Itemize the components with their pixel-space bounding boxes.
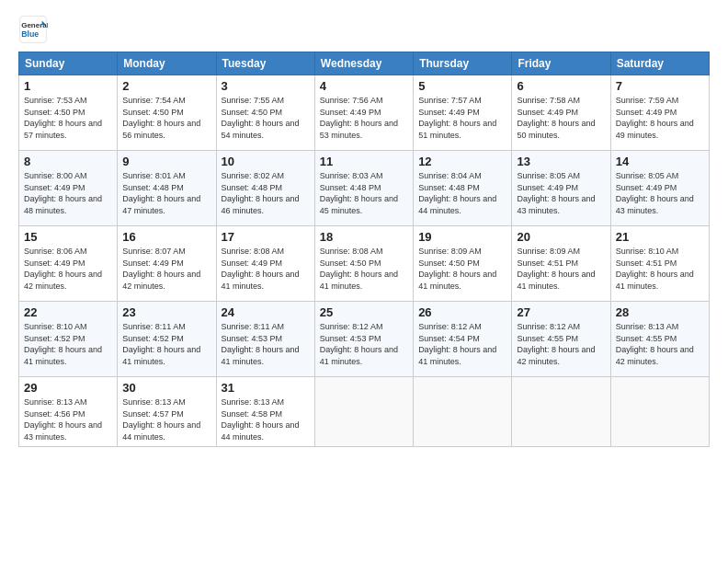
week-row-4: 22Sunrise: 8:10 AMSunset: 4:52 PMDayligh… <box>19 302 710 377</box>
calendar-cell: 7Sunrise: 7:59 AMSunset: 4:49 PMDaylight… <box>610 75 709 151</box>
day-number: 5 <box>418 79 506 93</box>
calendar-cell: 21Sunrise: 8:10 AMSunset: 4:51 PMDayligh… <box>610 226 709 302</box>
calendar-cell: 22Sunrise: 8:10 AMSunset: 4:52 PMDayligh… <box>19 302 118 377</box>
day-number: 7 <box>616 79 704 93</box>
day-number: 30 <box>122 381 210 395</box>
logo: General Blue <box>18 15 51 44</box>
weekday-header-sunday: Sunday <box>19 52 118 75</box>
day-info: Sunrise: 7:56 AMSunset: 4:49 PMDaylight:… <box>320 96 398 140</box>
day-number: 31 <box>222 381 310 395</box>
calendar-cell: 19Sunrise: 8:09 AMSunset: 4:50 PMDayligh… <box>414 226 512 302</box>
calendar-cell <box>414 377 512 447</box>
day-info: Sunrise: 8:09 AMSunset: 4:51 PMDaylight:… <box>517 247 595 291</box>
day-info: Sunrise: 8:13 AMSunset: 4:55 PMDaylight:… <box>616 322 694 366</box>
calendar-cell: 9Sunrise: 8:01 AMSunset: 4:48 PMDaylight… <box>118 151 216 226</box>
weekday-header-tuesday: Tuesday <box>216 52 314 75</box>
calendar-cell: 23Sunrise: 8:11 AMSunset: 4:52 PMDayligh… <box>118 302 216 377</box>
day-number: 17 <box>222 230 310 244</box>
calendar-cell: 27Sunrise: 8:12 AMSunset: 4:55 PMDayligh… <box>512 302 610 377</box>
calendar-cell: 29Sunrise: 8:13 AMSunset: 4:56 PMDayligh… <box>19 377 118 447</box>
day-info: Sunrise: 8:10 AMSunset: 4:52 PMDaylight:… <box>24 322 102 366</box>
calendar-cell: 10Sunrise: 8:02 AMSunset: 4:48 PMDayligh… <box>216 151 314 226</box>
day-info: Sunrise: 8:05 AMSunset: 4:49 PMDaylight:… <box>517 171 595 215</box>
logo-icon: General Blue <box>18 15 48 44</box>
day-info: Sunrise: 7:55 AMSunset: 4:50 PMDaylight:… <box>222 96 300 140</box>
calendar-cell: 3Sunrise: 7:55 AMSunset: 4:50 PMDaylight… <box>216 75 314 151</box>
day-number: 28 <box>616 305 704 319</box>
day-number: 2 <box>122 79 210 93</box>
calendar-cell: 5Sunrise: 7:57 AMSunset: 4:49 PMDaylight… <box>414 75 512 151</box>
weekday-header-saturday: Saturday <box>610 52 709 75</box>
day-number: 29 <box>24 381 112 395</box>
calendar-cell: 11Sunrise: 8:03 AMSunset: 4:48 PMDayligh… <box>314 151 413 226</box>
day-number: 15 <box>24 230 112 244</box>
day-number: 26 <box>418 305 506 319</box>
day-info: Sunrise: 8:13 AMSunset: 4:57 PMDaylight:… <box>122 397 200 442</box>
day-number: 14 <box>616 155 704 168</box>
weekday-header-wednesday: Wednesday <box>314 52 413 75</box>
day-info: Sunrise: 8:06 AMSunset: 4:49 PMDaylight:… <box>24 247 102 291</box>
calendar-cell <box>512 377 610 447</box>
day-number: 12 <box>418 155 506 168</box>
weekday-header-monday: Monday <box>118 52 216 75</box>
weekday-header-row: SundayMondayTuesdayWednesdayThursdayFrid… <box>19 52 710 75</box>
calendar-cell: 16Sunrise: 8:07 AMSunset: 4:49 PMDayligh… <box>118 226 216 302</box>
calendar-cell: 14Sunrise: 8:05 AMSunset: 4:49 PMDayligh… <box>610 151 709 226</box>
calendar-cell: 24Sunrise: 8:11 AMSunset: 4:53 PMDayligh… <box>216 302 314 377</box>
day-info: Sunrise: 8:01 AMSunset: 4:48 PMDaylight:… <box>122 171 200 215</box>
day-info: Sunrise: 7:59 AMSunset: 4:49 PMDaylight:… <box>616 96 694 140</box>
calendar-table: SundayMondayTuesdayWednesdayThursdayFrid… <box>18 52 710 447</box>
day-info: Sunrise: 7:54 AMSunset: 4:50 PMDaylight:… <box>122 96 200 140</box>
calendar-cell: 20Sunrise: 8:09 AMSunset: 4:51 PMDayligh… <box>512 226 610 302</box>
week-row-3: 15Sunrise: 8:06 AMSunset: 4:49 PMDayligh… <box>19 226 710 302</box>
calendar-cell: 28Sunrise: 8:13 AMSunset: 4:55 PMDayligh… <box>610 302 709 377</box>
day-info: Sunrise: 7:53 AMSunset: 4:50 PMDaylight:… <box>24 96 102 140</box>
day-number: 25 <box>320 305 408 319</box>
day-info: Sunrise: 7:57 AMSunset: 4:49 PMDaylight:… <box>418 96 496 140</box>
calendar-cell: 4Sunrise: 7:56 AMSunset: 4:49 PMDaylight… <box>314 75 413 151</box>
svg-text:Blue: Blue <box>21 29 39 39</box>
calendar-cell: 25Sunrise: 8:12 AMSunset: 4:53 PMDayligh… <box>314 302 413 377</box>
day-info: Sunrise: 8:09 AMSunset: 4:50 PMDaylight:… <box>418 247 496 291</box>
day-number: 23 <box>122 305 210 319</box>
day-info: Sunrise: 8:04 AMSunset: 4:48 PMDaylight:… <box>418 171 496 215</box>
day-number: 8 <box>24 155 112 168</box>
day-info: Sunrise: 8:03 AMSunset: 4:48 PMDaylight:… <box>320 171 398 215</box>
day-info: Sunrise: 8:12 AMSunset: 4:53 PMDaylight:… <box>320 322 398 366</box>
calendar-cell: 1Sunrise: 7:53 AMSunset: 4:50 PMDaylight… <box>19 75 118 151</box>
day-info: Sunrise: 8:07 AMSunset: 4:49 PMDaylight:… <box>122 247 200 291</box>
day-number: 13 <box>517 155 605 168</box>
day-info: Sunrise: 8:00 AMSunset: 4:49 PMDaylight:… <box>24 171 102 215</box>
calendar-cell <box>314 377 413 447</box>
calendar-cell: 13Sunrise: 8:05 AMSunset: 4:49 PMDayligh… <box>512 151 610 226</box>
weekday-header-friday: Friday <box>512 52 610 75</box>
week-row-2: 8Sunrise: 8:00 AMSunset: 4:49 PMDaylight… <box>19 151 710 226</box>
header: General Blue <box>18 15 710 44</box>
day-info: Sunrise: 8:11 AMSunset: 4:52 PMDaylight:… <box>122 322 200 366</box>
calendar-cell: 15Sunrise: 8:06 AMSunset: 4:49 PMDayligh… <box>19 226 118 302</box>
day-number: 19 <box>418 230 506 244</box>
calendar-cell <box>610 377 709 447</box>
day-number: 4 <box>320 79 408 93</box>
day-info: Sunrise: 8:13 AMSunset: 4:58 PMDaylight:… <box>222 397 300 442</box>
day-number: 20 <box>517 230 605 244</box>
calendar-cell: 2Sunrise: 7:54 AMSunset: 4:50 PMDaylight… <box>118 75 216 151</box>
day-number: 1 <box>24 79 112 93</box>
day-info: Sunrise: 7:58 AMSunset: 4:49 PMDaylight:… <box>517 96 595 140</box>
day-number: 10 <box>222 155 310 168</box>
calendar-cell: 31Sunrise: 8:13 AMSunset: 4:58 PMDayligh… <box>216 377 314 447</box>
calendar-cell: 12Sunrise: 8:04 AMSunset: 4:48 PMDayligh… <box>414 151 512 226</box>
day-info: Sunrise: 8:02 AMSunset: 4:48 PMDaylight:… <box>222 171 300 215</box>
calendar-cell: 6Sunrise: 7:58 AMSunset: 4:49 PMDaylight… <box>512 75 610 151</box>
day-number: 16 <box>122 230 210 244</box>
week-row-5: 29Sunrise: 8:13 AMSunset: 4:56 PMDayligh… <box>19 377 710 447</box>
day-info: Sunrise: 8:08 AMSunset: 4:49 PMDaylight:… <box>222 247 300 291</box>
day-number: 18 <box>320 230 408 244</box>
day-number: 6 <box>517 79 605 93</box>
day-number: 24 <box>222 305 310 319</box>
day-number: 9 <box>122 155 210 168</box>
day-number: 3 <box>222 79 310 93</box>
day-info: Sunrise: 8:13 AMSunset: 4:56 PMDaylight:… <box>24 397 102 442</box>
calendar-cell: 18Sunrise: 8:08 AMSunset: 4:50 PMDayligh… <box>314 226 413 302</box>
calendar-cell: 30Sunrise: 8:13 AMSunset: 4:57 PMDayligh… <box>118 377 216 447</box>
